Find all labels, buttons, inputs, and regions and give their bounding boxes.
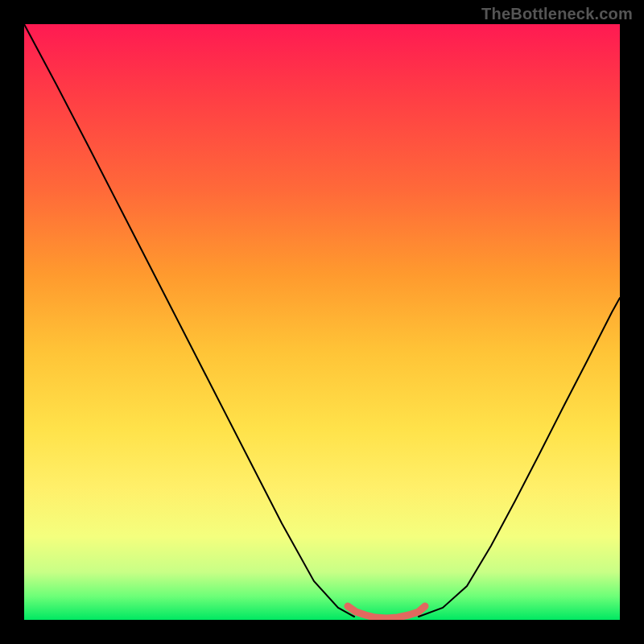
curve-trough [348,606,425,618]
curve-svg [24,24,620,620]
plot-area [24,24,620,620]
watermark-text: TheBottleneck.com [481,5,633,23]
curve-right-arm [419,298,620,617]
curve-left-arm [24,24,354,617]
chart-frame: TheBottleneck.com [0,0,644,644]
